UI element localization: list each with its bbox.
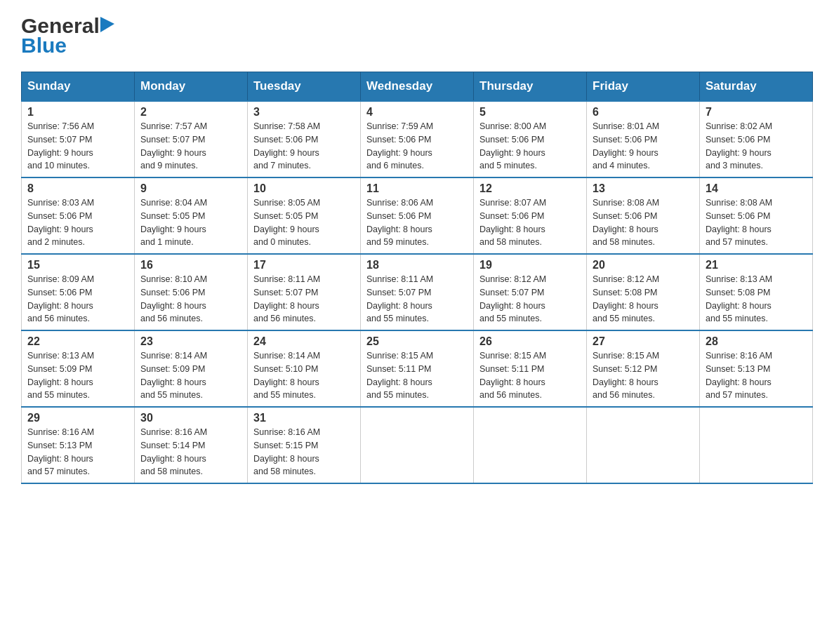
day-info: Sunrise: 8:15 AMSunset: 5:11 PMDaylight:… xyxy=(366,349,468,402)
calendar-week-row: 8 Sunrise: 8:03 AMSunset: 5:06 PMDayligh… xyxy=(22,177,813,254)
weekday-header-wednesday: Wednesday xyxy=(361,72,474,102)
calendar-week-row: 15 Sunrise: 8:09 AMSunset: 5:06 PMDaylig… xyxy=(22,254,813,330)
day-number: 30 xyxy=(140,412,241,424)
day-number: 2 xyxy=(140,106,241,119)
day-info: Sunrise: 8:15 AMSunset: 5:11 PMDaylight:… xyxy=(479,349,581,402)
calendar-cell: 10 Sunrise: 8:05 AMSunset: 5:05 PMDaylig… xyxy=(248,177,361,254)
day-info: Sunrise: 8:11 AMSunset: 5:07 PMDaylight:… xyxy=(253,273,355,326)
day-number: 14 xyxy=(706,182,807,195)
calendar-cell: 22 Sunrise: 8:13 AMSunset: 5:09 PMDaylig… xyxy=(22,330,135,407)
day-number: 22 xyxy=(27,335,128,348)
day-info: Sunrise: 8:01 AMSunset: 5:06 PMDaylight:… xyxy=(593,120,694,173)
weekday-header-thursday: Thursday xyxy=(474,72,587,102)
day-info: Sunrise: 7:56 AMSunset: 5:07 PMDaylight:… xyxy=(27,120,128,173)
day-info: Sunrise: 8:02 AMSunset: 5:06 PMDaylight:… xyxy=(706,120,807,173)
day-number: 17 xyxy=(253,259,355,271)
day-info: Sunrise: 8:08 AMSunset: 5:06 PMDaylight:… xyxy=(593,196,694,249)
day-number: 10 xyxy=(253,182,355,195)
calendar-cell: 8 Sunrise: 8:03 AMSunset: 5:06 PMDayligh… xyxy=(22,177,135,254)
day-number: 24 xyxy=(253,335,355,348)
calendar-cell: 27 Sunrise: 8:15 AMSunset: 5:12 PMDaylig… xyxy=(587,330,700,407)
day-number: 7 xyxy=(706,106,807,119)
logo-blue-text: Blue xyxy=(21,34,67,58)
logo: General Blue xyxy=(21,14,116,58)
calendar-cell: 18 Sunrise: 8:11 AMSunset: 5:07 PMDaylig… xyxy=(361,254,474,330)
calendar-cell: 23 Sunrise: 8:14 AMSunset: 5:09 PMDaylig… xyxy=(135,330,248,407)
day-info: Sunrise: 8:00 AMSunset: 5:06 PMDaylight:… xyxy=(479,120,581,173)
day-number: 29 xyxy=(27,412,128,424)
calendar-cell: 7 Sunrise: 8:02 AMSunset: 5:06 PMDayligh… xyxy=(700,101,813,177)
calendar-cell: 11 Sunrise: 8:06 AMSunset: 5:06 PMDaylig… xyxy=(361,177,474,254)
calendar-cell: 21 Sunrise: 8:13 AMSunset: 5:08 PMDaylig… xyxy=(700,254,813,330)
calendar-cell: 26 Sunrise: 8:15 AMSunset: 5:11 PMDaylig… xyxy=(474,330,587,407)
svg-marker-0 xyxy=(100,17,114,32)
day-number: 9 xyxy=(140,182,241,195)
calendar-cell: 31 Sunrise: 8:16 AMSunset: 5:15 PMDaylig… xyxy=(248,407,361,483)
day-number: 18 xyxy=(366,259,468,271)
day-info: Sunrise: 8:09 AMSunset: 5:06 PMDaylight:… xyxy=(27,273,128,326)
day-info: Sunrise: 8:15 AMSunset: 5:12 PMDaylight:… xyxy=(593,349,694,402)
day-number: 1 xyxy=(27,106,128,119)
calendar-cell: 12 Sunrise: 8:07 AMSunset: 5:06 PMDaylig… xyxy=(474,177,587,254)
day-number: 6 xyxy=(593,106,694,119)
calendar-cell: 6 Sunrise: 8:01 AMSunset: 5:06 PMDayligh… xyxy=(587,101,700,177)
calendar-week-row: 22 Sunrise: 8:13 AMSunset: 5:09 PMDaylig… xyxy=(22,330,813,407)
day-number: 3 xyxy=(253,106,355,119)
calendar-cell: 1 Sunrise: 7:56 AMSunset: 5:07 PMDayligh… xyxy=(22,101,135,177)
day-number: 11 xyxy=(366,182,468,195)
day-info: Sunrise: 8:14 AMSunset: 5:10 PMDaylight:… xyxy=(253,349,355,402)
day-number: 27 xyxy=(593,335,694,348)
day-number: 16 xyxy=(140,259,241,271)
day-info: Sunrise: 8:16 AMSunset: 5:14 PMDaylight:… xyxy=(140,426,241,478)
day-info: Sunrise: 8:04 AMSunset: 5:05 PMDaylight:… xyxy=(140,196,241,249)
day-info: Sunrise: 8:03 AMSunset: 5:06 PMDaylight:… xyxy=(27,196,128,249)
weekday-header-tuesday: Tuesday xyxy=(248,72,361,102)
calendar-table: SundayMondayTuesdayWednesdayThursdayFrid… xyxy=(21,72,813,484)
calendar-cell: 30 Sunrise: 8:16 AMSunset: 5:14 PMDaylig… xyxy=(135,407,248,483)
day-info: Sunrise: 8:07 AMSunset: 5:06 PMDaylight:… xyxy=(479,196,581,249)
day-info: Sunrise: 7:57 AMSunset: 5:07 PMDaylight:… xyxy=(140,120,241,173)
day-info: Sunrise: 8:16 AMSunset: 5:13 PMDaylight:… xyxy=(706,349,807,402)
day-info: Sunrise: 8:10 AMSunset: 5:06 PMDaylight:… xyxy=(140,273,241,326)
day-number: 5 xyxy=(479,106,581,119)
calendar-cell xyxy=(361,407,474,483)
calendar-week-row: 1 Sunrise: 7:56 AMSunset: 5:07 PMDayligh… xyxy=(22,101,813,177)
day-number: 28 xyxy=(706,335,807,348)
calendar-cell: 16 Sunrise: 8:10 AMSunset: 5:06 PMDaylig… xyxy=(135,254,248,330)
day-number: 8 xyxy=(27,182,128,195)
day-info: Sunrise: 8:11 AMSunset: 5:07 PMDaylight:… xyxy=(366,273,468,326)
calendar-cell xyxy=(474,407,587,483)
day-number: 15 xyxy=(27,259,128,271)
day-number: 21 xyxy=(706,259,807,271)
day-number: 19 xyxy=(479,259,581,271)
day-number: 20 xyxy=(593,259,694,271)
day-info: Sunrise: 8:06 AMSunset: 5:06 PMDaylight:… xyxy=(366,196,468,249)
day-number: 25 xyxy=(366,335,468,348)
calendar-cell: 15 Sunrise: 8:09 AMSunset: 5:06 PMDaylig… xyxy=(22,254,135,330)
calendar-cell: 2 Sunrise: 7:57 AMSunset: 5:07 PMDayligh… xyxy=(135,101,248,177)
logo-triangle-icon xyxy=(100,17,116,32)
weekday-header-saturday: Saturday xyxy=(700,72,813,102)
weekday-header-monday: Monday xyxy=(135,72,248,102)
day-info: Sunrise: 8:16 AMSunset: 5:13 PMDaylight:… xyxy=(27,426,128,478)
day-info: Sunrise: 8:16 AMSunset: 5:15 PMDaylight:… xyxy=(253,426,355,478)
calendar-cell: 5 Sunrise: 8:00 AMSunset: 5:06 PMDayligh… xyxy=(474,101,587,177)
calendar-cell: 13 Sunrise: 8:08 AMSunset: 5:06 PMDaylig… xyxy=(587,177,700,254)
calendar-cell: 25 Sunrise: 8:15 AMSunset: 5:11 PMDaylig… xyxy=(361,330,474,407)
day-info: Sunrise: 8:12 AMSunset: 5:07 PMDaylight:… xyxy=(479,273,581,326)
day-info: Sunrise: 8:13 AMSunset: 5:08 PMDaylight:… xyxy=(706,273,807,326)
day-number: 12 xyxy=(479,182,581,195)
day-info: Sunrise: 8:14 AMSunset: 5:09 PMDaylight:… xyxy=(140,349,241,402)
calendar-cell: 28 Sunrise: 8:16 AMSunset: 5:13 PMDaylig… xyxy=(700,330,813,407)
day-info: Sunrise: 8:13 AMSunset: 5:09 PMDaylight:… xyxy=(27,349,128,402)
day-number: 26 xyxy=(479,335,581,348)
day-info: Sunrise: 7:59 AMSunset: 5:06 PMDaylight:… xyxy=(366,120,468,173)
weekday-header-sunday: Sunday xyxy=(22,72,135,102)
day-info: Sunrise: 7:58 AMSunset: 5:06 PMDaylight:… xyxy=(253,120,355,173)
calendar-cell: 14 Sunrise: 8:08 AMSunset: 5:06 PMDaylig… xyxy=(700,177,813,254)
day-info: Sunrise: 8:12 AMSunset: 5:08 PMDaylight:… xyxy=(593,273,694,326)
calendar-cell: 20 Sunrise: 8:12 AMSunset: 5:08 PMDaylig… xyxy=(587,254,700,330)
day-number: 23 xyxy=(140,335,241,348)
calendar-cell: 9 Sunrise: 8:04 AMSunset: 5:05 PMDayligh… xyxy=(135,177,248,254)
calendar-header-row: SundayMondayTuesdayWednesdayThursdayFrid… xyxy=(22,72,813,102)
